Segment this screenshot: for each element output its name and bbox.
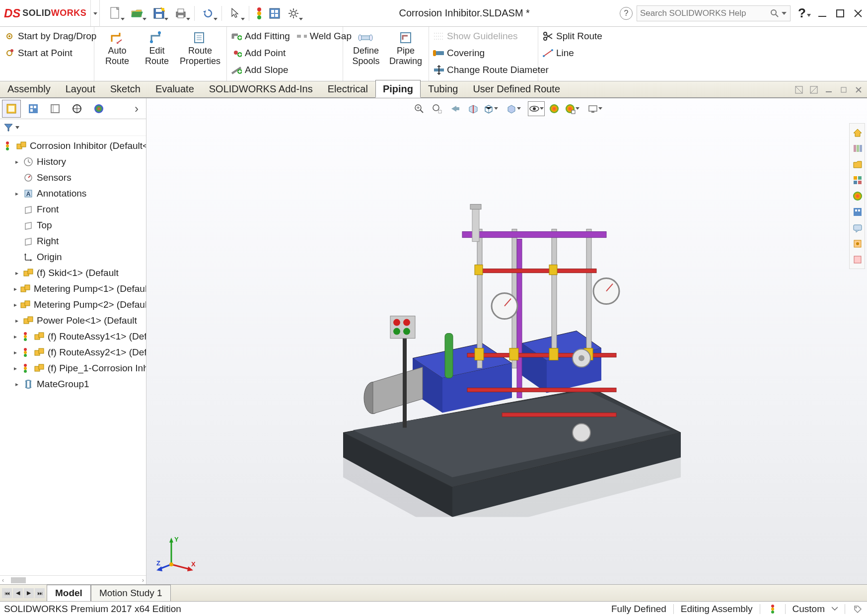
tab-assembly[interactable]: Assembly [0, 80, 58, 98]
apply-scene-button[interactable] [564, 101, 580, 116]
select-button[interactable] [225, 4, 246, 22]
dimxpert-manager-tab[interactable] [68, 100, 86, 118]
motion-study-tab[interactable]: Motion Study 1 [91, 585, 171, 601]
display-manager-tab[interactable] [89, 100, 108, 118]
tab-sketch[interactable]: Sketch [103, 80, 148, 98]
edit-appearance-button[interactable] [546, 101, 563, 116]
anim-prev-button[interactable]: ◀ [13, 588, 23, 598]
auto-route-button[interactable]: Auto Route [98, 28, 136, 68]
previous-view-button[interactable] [446, 101, 463, 116]
close-button[interactable] [849, 4, 867, 22]
custom-properties-button[interactable] [851, 205, 865, 219]
filter-icon[interactable] [3, 122, 14, 133]
tree-item[interactable]: ▸(f) Skid<1> (Default [0, 265, 146, 281]
tree-plane-front[interactable]: Front [0, 202, 146, 217]
anim-next-button[interactable]: ▶ [24, 588, 34, 598]
tree-item[interactable]: ▸Metering Pump<2> (Default [0, 297, 146, 313]
pipe-drawing-button[interactable]: Pipe Drawing [387, 28, 425, 80]
anim-rewind-button[interactable]: ⏮ [2, 588, 12, 598]
tree-item[interactable]: ▸Power Pole<1> (Default [0, 313, 146, 329]
tree-mategroup[interactable]: ▸MateGroup1 [0, 376, 146, 392]
new-button[interactable] [105, 4, 126, 22]
tree-horizontal-scrollbar[interactable]: ‹› [0, 575, 146, 584]
tree-origin[interactable]: Origin [0, 249, 146, 265]
maximize-button[interactable] [831, 4, 849, 22]
tree-plane-right[interactable]: Right [0, 233, 146, 249]
search-input[interactable] [640, 8, 770, 18]
tab-expand-left-icon[interactable] [793, 83, 805, 96]
change-route-diameter-button[interactable]: Change Route Diameter [433, 62, 534, 78]
animation-controls[interactable]: ⏮ ◀ ▶ ⏭ [0, 588, 47, 598]
split-route-button[interactable]: Split Route [542, 28, 614, 45]
home-button[interactable] [851, 126, 865, 139]
feature-tree[interactable]: Corrosion Inhibitor (Default<Dis ▸Histor… [0, 136, 146, 575]
tree-item[interactable]: ▸Metering Pump<1> (Default [0, 281, 146, 297]
tree-item[interactable]: ▸(f) RouteAssy2<1> (Default< [0, 344, 146, 360]
tab-restore-icon[interactable] [837, 83, 850, 96]
add-slope-button[interactable]: Add Slope [231, 62, 339, 78]
undo-button[interactable] [198, 4, 218, 22]
search-dropdown-icon[interactable] [781, 10, 787, 16]
route-properties-button[interactable]: Route Properties [178, 28, 222, 68]
rebuild-button[interactable] [252, 4, 266, 22]
hide-show-button[interactable] [528, 101, 545, 116]
tree-item[interactable]: ▸(f) RouteAssy1<1> (Default< [0, 329, 146, 344]
view-triad[interactable]: Y X Z [156, 535, 196, 574]
tree-item[interactable]: ▸(f) Pipe_1-Corrosion Inhibito [0, 360, 146, 376]
configuration-manager-tab[interactable] [46, 100, 65, 118]
panel-overflow-button[interactable]: › [129, 102, 144, 116]
zoom-fit-button[interactable] [411, 101, 428, 116]
search-icon[interactable] [770, 9, 779, 18]
appearances-button[interactable] [851, 189, 865, 203]
tab-user-defined-route[interactable]: User Defined Route [465, 80, 568, 98]
tab-electrical[interactable]: Electrical [320, 80, 375, 98]
tab-layout[interactable]: Layout [58, 80, 103, 98]
define-spools-button[interactable]: Define Spools [347, 28, 385, 80]
tree-annotations[interactable]: ▸AAnnotations [0, 186, 146, 202]
tree-history[interactable]: ▸History [0, 154, 146, 170]
menubar-dropdown[interactable] [91, 0, 100, 27]
options-button[interactable] [267, 4, 282, 22]
line-button[interactable]: Line [542, 45, 614, 62]
design-library-button[interactable] [851, 141, 865, 155]
add-fitting-button[interactable]: Add Fitting Weld Gap [231, 28, 339, 45]
search-box[interactable] [637, 5, 791, 21]
addin-pane-2-button[interactable] [851, 253, 865, 267]
tab-evaluate[interactable]: Evaluate [148, 80, 202, 98]
tab-tubing[interactable]: Tubing [421, 80, 465, 98]
file-explorer-button[interactable] [851, 157, 865, 171]
open-button[interactable] [127, 4, 147, 22]
view-palette-button[interactable] [851, 173, 865, 187]
section-view-button[interactable] [464, 101, 481, 116]
tab-close-icon[interactable] [852, 83, 865, 96]
addin-pane-button[interactable] [851, 237, 865, 251]
graphics-viewport[interactable]: Y X Z [146, 98, 867, 584]
zoom-area-button[interactable] [429, 101, 445, 116]
property-manager-tab[interactable] [24, 100, 43, 118]
feature-manager-tab[interactable] [2, 100, 21, 118]
tree-sensors[interactable]: Sensors [0, 170, 146, 186]
display-style-button[interactable] [505, 101, 522, 116]
save-button[interactable] [148, 4, 169, 22]
start-by-drag-drop-button[interactable]: Start by Drag/Drop [4, 28, 90, 45]
forum-button[interactable] [851, 221, 865, 235]
tree-plane-top[interactable]: Top [0, 217, 146, 233]
filter-dropdown-icon[interactable] [15, 125, 20, 130]
tab-expand-right-icon[interactable] [807, 83, 820, 96]
add-point-button[interactable]: Add Point [231, 45, 339, 62]
help-hint-icon[interactable]: ? [620, 7, 633, 20]
status-rebuild-icon[interactable] [767, 604, 778, 615]
tab-piping[interactable]: Piping [375, 80, 421, 98]
minimize-button[interactable] [813, 4, 831, 22]
status-units[interactable]: Custom [793, 604, 825, 615]
start-at-point-button[interactable]: Start at Point [4, 45, 90, 62]
tab-solidworks-add-ins[interactable]: SOLIDWORKS Add-Ins [202, 80, 320, 98]
tree-root[interactable]: Corrosion Inhibitor (Default<Dis [0, 138, 146, 154]
model-tab[interactable]: Model [47, 585, 91, 601]
view-settings-button[interactable] [586, 101, 603, 116]
tab-minimize-icon[interactable] [822, 83, 835, 96]
print-button[interactable] [170, 4, 191, 22]
view-orientation-button[interactable] [482, 101, 499, 116]
status-tag-icon[interactable] [852, 604, 863, 615]
edit-route-button[interactable]: Edit Route [138, 28, 176, 68]
